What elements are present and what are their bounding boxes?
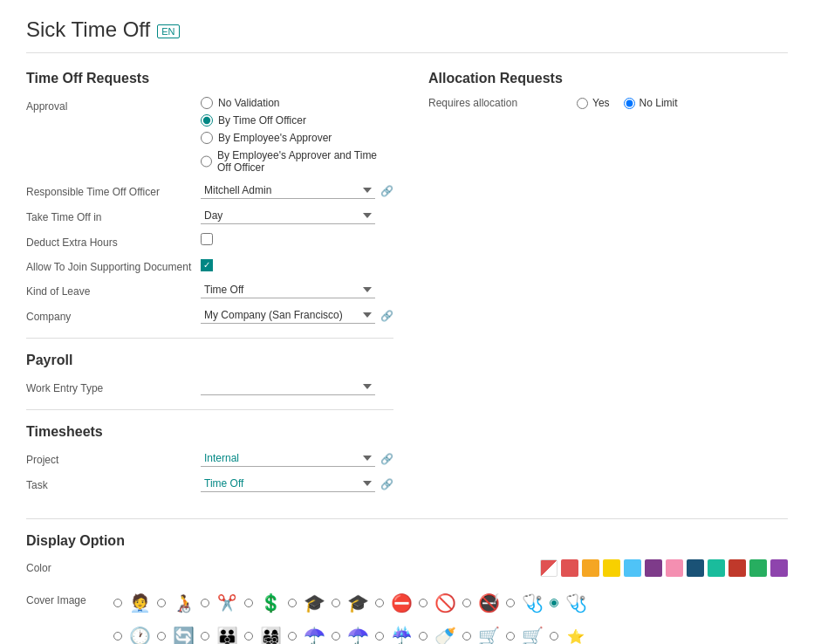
cover-radio[interactable] (332, 632, 340, 641)
cover-icon-item: 🕐 (113, 620, 155, 644)
color-swatch-dark-red[interactable] (728, 559, 746, 577)
clock-icon[interactable]: 🕐 (124, 620, 155, 644)
umbrella-open-icon[interactable]: ☂️ (342, 620, 373, 644)
no-entry-icon[interactable]: ⛔ (386, 587, 417, 619)
cover-icon-item: 🩺 (550, 587, 592, 619)
star-badge-icon[interactable]: ⭐ (560, 620, 592, 644)
cover-radio[interactable] (462, 599, 471, 607)
cover-radio[interactable] (157, 599, 166, 607)
company-select[interactable]: My Company (San Francisco) (201, 307, 375, 324)
cover-radio[interactable] (201, 632, 209, 641)
color-swatch-striped[interactable] (540, 559, 557, 577)
stethoscope-selected-icon[interactable]: 🩺 (560, 587, 592, 619)
family-small-icon[interactable]: 👪 (211, 620, 243, 644)
approval-option-by-approver[interactable]: By Employee's Approver (201, 132, 393, 144)
color-swatch-blue[interactable] (624, 559, 641, 577)
language-badge[interactable]: EN (157, 24, 179, 38)
cover-radio[interactable] (157, 632, 166, 641)
project-select[interactable]: Internal (201, 450, 375, 467)
cover-radio[interactable] (375, 632, 384, 641)
cover-icon-item: 🚫 (419, 587, 461, 619)
cover-radio[interactable] (506, 599, 515, 607)
cover-radio[interactable] (506, 632, 515, 641)
approval-radio-group: No Validation By Time Off Officer By Emp… (201, 97, 393, 174)
page-title: Sick Time Off (26, 17, 150, 42)
color-swatch-yellow[interactable] (603, 559, 620, 577)
deduct-extra-label: Deduct Extra Hours (26, 233, 201, 249)
color-label: Color (26, 562, 113, 574)
cover-radio[interactable] (113, 599, 122, 607)
color-swatch-purple[interactable] (645, 559, 662, 577)
color-swatch-violet[interactable] (770, 559, 788, 577)
responsible-officer-external-link[interactable]: 🔗 (380, 185, 393, 197)
cover-radio[interactable] (288, 599, 297, 607)
allow-join-checkbox[interactable]: ✓ (201, 259, 213, 271)
color-swatch-green[interactable] (749, 559, 767, 577)
cover-radio[interactable] (550, 599, 558, 607)
cover-radio[interactable] (201, 599, 209, 607)
kind-of-leave-select[interactable]: Time Off (201, 282, 375, 298)
cover-icon-item: 🚭 (462, 587, 504, 619)
cover-icon-item: 🩺 (506, 587, 548, 619)
color-swatch-orange[interactable] (582, 559, 599, 577)
color-swatches (540, 559, 788, 577)
cart-icon[interactable]: 🛒 (516, 620, 548, 644)
cover-radio[interactable] (244, 632, 253, 641)
cover-radio[interactable] (462, 632, 471, 641)
grad-cap-icon[interactable]: 🎓 (298, 587, 330, 619)
cover-radio[interactable] (113, 632, 122, 641)
time-off-requests-title: Time Off Requests (26, 71, 393, 86)
stroller-icon[interactable]: 🛒 (473, 620, 504, 644)
project-label: Project (26, 450, 201, 466)
work-entry-select[interactable] (201, 379, 375, 395)
allocation-no-limit-option[interactable]: No Limit (624, 97, 678, 109)
person-bag-icon[interactable]: 🧑‍💼 (124, 587, 155, 619)
responsible-officer-select[interactable]: Mitchell Admin (201, 182, 375, 199)
no-sign-icon[interactable]: 🚫 (429, 587, 461, 619)
cover-radio[interactable] (244, 599, 253, 607)
approval-option-no-validation[interactable]: No Validation (201, 97, 393, 109)
umbrella-icon[interactable]: ☂️ (298, 620, 330, 644)
approval-option-by-officer[interactable]: By Time Off Officer (201, 114, 393, 127)
cover-radio[interactable] (419, 599, 428, 607)
color-swatch-red[interactable] (561, 559, 578, 577)
display-option-title: Display Option (26, 533, 788, 549)
allow-join-label: Allow To Join Supporting Document (26, 257, 201, 273)
allocation-requests-title: Allocation Requests (428, 71, 788, 86)
task-select[interactable]: Time Off (201, 476, 375, 492)
cover-radio[interactable] (332, 599, 340, 607)
cover-radio[interactable] (419, 632, 428, 641)
cover-radio[interactable] (550, 632, 558, 641)
cover-icon-item: ✂️ (201, 587, 243, 619)
grad-cap-outline-icon[interactable]: 🎓 (342, 587, 373, 619)
project-external-link[interactable]: 🔗 (380, 453, 393, 465)
take-time-off-select[interactable]: Day (201, 208, 375, 224)
requires-allocation-label: Requires allocation (428, 97, 559, 109)
color-swatch-teal[interactable] (708, 559, 725, 577)
company-external-link[interactable]: 🔗 (380, 310, 393, 322)
approval-option-by-both[interactable]: By Employee's Approver and Time Off Offi… (201, 149, 393, 174)
umbrella-rain-icon[interactable]: ☔ (386, 620, 417, 644)
stethoscope-icon[interactable]: 🩺 (516, 587, 548, 619)
tools-icon[interactable]: ✂️ (211, 587, 243, 619)
baby-bottle-icon[interactable]: 🍼 (429, 620, 461, 644)
company-label: Company (26, 307, 201, 323)
allocation-yes-option[interactable]: Yes (577, 97, 610, 109)
color-swatch-pink[interactable] (666, 559, 683, 577)
cover-icon-item: 👪 (201, 620, 243, 644)
color-swatch-dark-blue[interactable] (687, 559, 704, 577)
refresh-icon[interactable]: 🔄 (168, 620, 199, 644)
cover-radio[interactable] (375, 599, 384, 607)
approval-label: Approval (26, 97, 201, 113)
deduct-extra-checkbox[interactable] (201, 233, 213, 245)
no-smoking-icon[interactable]: 🚭 (473, 587, 504, 619)
dollar-circle-icon[interactable]: 💲 (255, 587, 286, 619)
cover-icon-item: 🛒 (462, 620, 504, 644)
person-wheelchair-icon[interactable]: 🧑‍🦽 (168, 587, 199, 619)
cover-icon-item: 🧑‍💼 (113, 587, 155, 619)
family-large-icon[interactable]: 👨‍👩‍👧‍👦 (255, 620, 286, 644)
task-external-link[interactable]: 🔗 (380, 478, 393, 490)
cover-icon-item: ☂️ (288, 620, 330, 644)
cover-icon-item: 💲 (244, 587, 286, 619)
cover-radio[interactable] (288, 632, 297, 641)
